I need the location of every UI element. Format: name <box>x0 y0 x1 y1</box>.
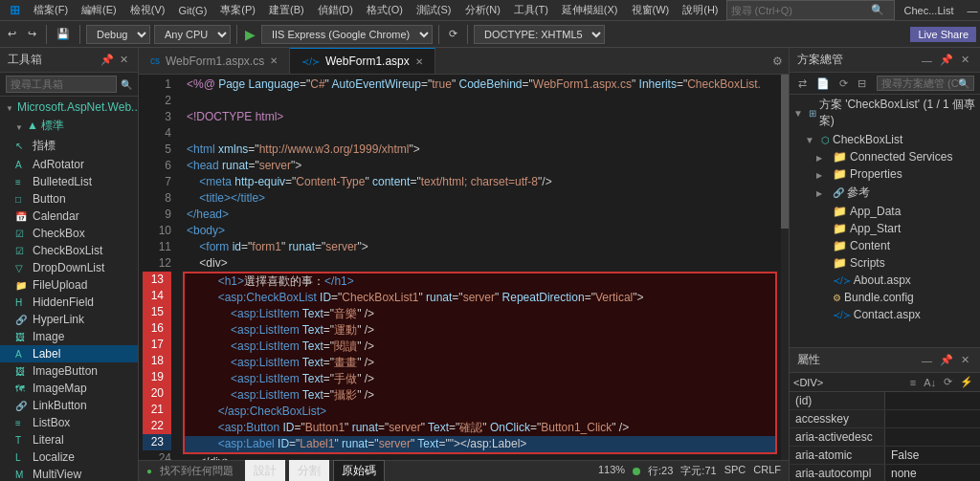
toolbox-item-calendar[interactable]: 📅 Calendar <box>0 208 138 225</box>
toolbox-item-image[interactable]: 🖼 Image <box>0 328 138 345</box>
refresh-explorer-button[interactable]: ⟳ <box>836 77 851 91</box>
tree-properties[interactable]: 📁 Properties <box>790 165 980 183</box>
editor-settings-button[interactable]: ⚙ <box>767 53 789 70</box>
tree-scripts[interactable]: 📁 Scripts <box>790 254 980 272</box>
tree-about-aspx[interactable]: ≺/≻ About.aspx <box>790 272 980 289</box>
code-line-15: <asp:ListItem Text="音樂" /> <box>185 306 775 322</box>
menu-edit[interactable]: 編輯(E) <box>76 1 122 19</box>
tree-connected-services[interactable]: 📁 Connected Services <box>790 148 980 165</box>
props-refresh-button[interactable]: ⟳ <box>941 375 955 389</box>
tab-active-close-button[interactable]: ✕ <box>415 56 423 67</box>
solution-search[interactable]: 🔍 <box>877 76 974 91</box>
minimize-button[interactable]: — <box>964 3 981 18</box>
global-search-input[interactable] <box>731 5 865 16</box>
toolbox-item-fileupload[interactable]: 📁 FileUpload <box>0 276 138 294</box>
menu-tools[interactable]: 工具(T) <box>508 1 554 19</box>
toolbar-sep-3 <box>236 25 237 44</box>
toolbox-item-button[interactable]: □ Button <box>0 190 138 208</box>
toolbox-item-checkboxlist[interactable]: ☑ CheckBoxList <box>0 242 138 259</box>
menu-analyze[interactable]: 分析(N) <box>459 1 506 19</box>
toolbox-item-adrotator[interactable]: A AdRotator <box>0 156 138 173</box>
toolbox-item-checkbox[interactable]: ☑ CheckBox <box>0 225 138 242</box>
tree-project[interactable]: ▼ ⬡ CheckBoxList <box>790 131 980 148</box>
panel-pin-button[interactable]: 📌 <box>937 53 956 67</box>
vertical-scrollbar[interactable] <box>781 75 789 460</box>
tab-webform-aspx[interactable]: ≺/≻ WebForm1.aspx ✕ <box>290 48 435 74</box>
toolbox-item-pointer[interactable]: ↖ 指標 <box>0 136 138 156</box>
menu-test[interactable]: 測試(S) <box>411 1 457 19</box>
collapse-all-button[interactable]: ⊟ <box>855 77 869 91</box>
toolbox-search-input[interactable] <box>6 76 117 93</box>
menu-git[interactable]: Git(G) <box>172 3 212 18</box>
refresh-button[interactable]: ⟳ <box>445 26 461 42</box>
tree-contact-aspx[interactable]: ≺/≻ Contact.aspx <box>790 306 980 323</box>
toolbox-item-imagebutton[interactable]: 🖼 ImageButton <box>0 362 138 380</box>
toolbox-item-imagemap[interactable]: 🗺 ImageMap <box>0 380 138 397</box>
code-line-7: <meta http-equiv="Content-Type" content=… <box>179 174 781 190</box>
toolbox-item-listbox[interactable]: ≡ ListBox <box>0 414 138 431</box>
properties-title: 屬性 <box>797 352 820 368</box>
tree-app-data[interactable]: 📁 App_Data <box>790 203 980 220</box>
menu-extensions[interactable]: 延伸模組(X) <box>556 1 624 19</box>
solution-search-input[interactable] <box>881 77 958 89</box>
toolbox-item-linkbutton[interactable]: 🔗 LinkButton <box>0 397 138 414</box>
menu-window[interactable]: 視窗(W) <box>626 1 676 19</box>
undo-button[interactable]: ↩ <box>4 26 20 42</box>
debug-dropdown[interactable]: Debug <box>86 25 150 44</box>
tree-solution-root[interactable]: ▼ ⊞ 方案 'CheckBoxList' (1 / 1 個專案) <box>790 95 980 131</box>
toolbox-pin-button[interactable]: 📌 <box>99 54 116 66</box>
global-search[interactable]: 🔍 <box>726 0 895 20</box>
cpu-dropdown[interactable]: Any CPU <box>154 25 231 44</box>
live-share-button[interactable]: Live Share <box>910 27 976 42</box>
redo-button[interactable]: ↪ <box>24 26 40 42</box>
tree-references[interactable]: 🔗 參考 <box>790 183 980 203</box>
tab-webform-cs[interactable]: cs WebForm1.aspx.cs ✕ <box>139 48 290 74</box>
toolbox-item-multiview[interactable]: M MultiView <box>0 466 138 481</box>
toolbox-category-standard[interactable]: ▲ 標準 <box>0 116 138 136</box>
tab-split[interactable]: 分割 <box>289 460 329 481</box>
menu-project[interactable]: 專案(P) <box>214 1 261 19</box>
tree-content[interactable]: 📁 Content <box>790 237 980 254</box>
toolbox-item-dropdownlist[interactable]: ▽ DropDownList <box>0 259 138 276</box>
toolbox-item-bulletedlist[interactable]: ≡ BulletedList <box>0 173 138 190</box>
toolbox-item-label[interactable]: A Label <box>0 345 138 362</box>
toolbox-item-hyperlink[interactable]: 🔗 HyperLink <box>0 311 138 328</box>
sort-by-category-button[interactable]: ≡ <box>907 376 919 389</box>
toolbox-search[interactable]: 🔍 <box>0 73 138 97</box>
menu-format[interactable]: 格式(O) <box>361 1 409 19</box>
props-pin-button[interactable]: 📌 <box>937 352 956 368</box>
panel-close-button[interactable]: ✕ <box>958 53 972 67</box>
cs-file-icon: cs <box>150 55 160 66</box>
menu-help[interactable]: 說明(H) <box>677 1 724 19</box>
run-button[interactable]: ▶ <box>243 27 257 42</box>
toolbox-close-button[interactable]: ✕ <box>118 54 130 66</box>
iis-dropdown[interactable]: IIS Express (Google Chrome) <box>261 25 433 44</box>
toolbox-item-literal[interactable]: T Literal <box>0 431 138 448</box>
localize-icon: L <box>15 452 29 463</box>
tree-bundle-config[interactable]: ⚙ Bundle.config <box>790 289 980 306</box>
toolbox-group-aspnet[interactable]: Microsoft.AspNet.Web... <box>0 98 138 116</box>
props-close-button[interactable]: ✕ <box>958 352 972 368</box>
panel-minimize-button[interactable]: — <box>919 53 935 67</box>
tab-source[interactable]: 原始碼 <box>333 460 385 481</box>
code-line-6: <head runat="server"> <box>179 158 781 174</box>
show-all-files-button[interactable]: 📄 <box>813 77 833 91</box>
save-all-button[interactable]: 💾 <box>53 26 74 42</box>
toolbox-item-hiddenfield[interactable]: H HiddenField <box>0 294 138 311</box>
line-numbers: 12345 678910 1112 13 14 15 16 17 18 19 2… <box>139 75 179 460</box>
sync-button[interactable]: ⇄ <box>795 77 810 91</box>
menu-file[interactable]: 檔案(F) <box>28 1 74 19</box>
code-editor[interactable]: <%@ Page Language="C#" AutoEventWireup="… <box>179 75 781 460</box>
tree-app-start[interactable]: 📁 App_Start <box>790 220 980 237</box>
menu-build[interactable]: 建置(B) <box>263 1 310 19</box>
props-event-button[interactable]: ⚡ <box>957 375 976 389</box>
menu-debug[interactable]: 偵錯(D) <box>312 1 359 19</box>
doctype-dropdown[interactable]: DOCTYPE: XHTML5 <box>474 25 605 44</box>
toolbox-header-buttons: 📌 ✕ <box>99 54 130 66</box>
sort-alphabetically-button[interactable]: A↓ <box>921 376 939 389</box>
menu-view[interactable]: 檢視(V) <box>124 1 171 19</box>
props-minimize-button[interactable]: — <box>919 352 935 368</box>
toolbox-item-localize[interactable]: L Localize <box>0 448 138 466</box>
tab-design[interactable]: 設計 <box>245 460 285 481</box>
tab-close-button[interactable]: ✕ <box>270 55 278 66</box>
